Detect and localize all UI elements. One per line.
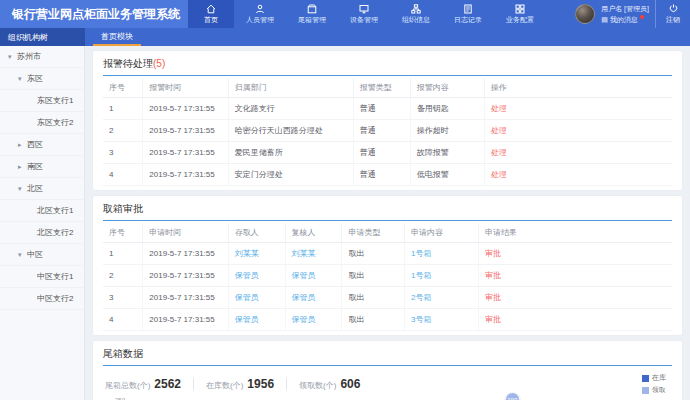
stat-value: 1956 bbox=[247, 377, 274, 391]
column-header: 报警类型 bbox=[353, 78, 410, 98]
column-header: 申请时间 bbox=[143, 223, 228, 243]
table-row: 12019-5-7 17:31:55文化路支行普通备用钥匙处理 bbox=[103, 98, 672, 120]
nav-item-label: 业务配置 bbox=[506, 15, 534, 25]
org-icon bbox=[411, 3, 421, 14]
detail-link[interactable]: 保管员 bbox=[285, 265, 342, 287]
detail-link[interactable]: 1号箱 bbox=[405, 243, 479, 265]
tree-item-label: 中区 bbox=[27, 249, 43, 260]
cell: 2019-5-7 17:31:55 bbox=[143, 309, 228, 331]
tree-item[interactable]: 中区支行1 bbox=[0, 266, 84, 288]
avatar[interactable] bbox=[575, 4, 595, 24]
nav-item-label: 首页 bbox=[204, 15, 218, 25]
alarm-section-title: 报警待处理(5) bbox=[103, 57, 672, 76]
cell: 哈密分行天山西路分理处 bbox=[228, 120, 353, 142]
messages-link[interactable]: ▤ 我的消息 bbox=[601, 15, 649, 25]
logout-button[interactable]: 注销 bbox=[655, 0, 690, 28]
tree-item[interactable]: ▸西区 bbox=[0, 134, 84, 156]
cell: 取出 bbox=[342, 243, 405, 265]
tree-item-label: 北区支行2 bbox=[37, 227, 73, 238]
cell: 普通 bbox=[353, 142, 410, 164]
approval-table: 序号申请时间存取人复核人申请类型申请内容申请结果12019-5-7 17:31:… bbox=[103, 223, 672, 331]
nav-item-staff[interactable]: 人员管理 bbox=[234, 0, 286, 28]
tree-item[interactable]: 北区支行1 bbox=[0, 200, 84, 222]
detail-link[interactable]: 刘某某 bbox=[228, 243, 285, 265]
stat-label: 尾箱总数(个) bbox=[105, 380, 150, 391]
detail-link[interactable]: 刘某某 bbox=[285, 243, 342, 265]
action-link[interactable]: 审批 bbox=[479, 309, 673, 331]
tree-item[interactable]: 北区支行2 bbox=[0, 222, 84, 244]
nav-item-tailbox[interactable]: 尾箱管理 bbox=[286, 0, 338, 28]
tailbox-stats: 尾箱总数(个)2562在库数(个)1956领取数(个)606在库领取 bbox=[105, 373, 672, 395]
tree-item[interactable]: ▾东区 bbox=[0, 68, 84, 90]
cell: 操作超时 bbox=[410, 120, 484, 142]
action-link[interactable]: 处理 bbox=[484, 164, 672, 186]
tree-item[interactable]: ▸南区 bbox=[0, 156, 84, 178]
nav-item-org[interactable]: 组织信息 bbox=[390, 0, 442, 28]
column-header: 申请结果 bbox=[479, 223, 673, 243]
tree-item[interactable]: 东区支行1 bbox=[0, 90, 84, 112]
action-link[interactable]: 处理 bbox=[484, 98, 672, 120]
detail-link[interactable]: 保管员 bbox=[228, 265, 285, 287]
tree-item[interactable]: ▾中区 bbox=[0, 244, 84, 266]
cell: 低电报警 bbox=[410, 164, 484, 186]
tab-home-module[interactable]: 首页模块 bbox=[93, 28, 141, 46]
cell: 文化路支行 bbox=[228, 98, 353, 120]
detail-link[interactable]: 保管员 bbox=[285, 309, 342, 331]
cell: 4 bbox=[103, 309, 143, 331]
nav-item-log[interactable]: 日志记录 bbox=[442, 0, 494, 28]
tree-item-label: 南区 bbox=[27, 161, 43, 172]
legend-item[interactable]: 在库 bbox=[642, 373, 666, 383]
detail-link[interactable]: 2号箱 bbox=[405, 287, 479, 309]
detail-link[interactable]: 1号箱 bbox=[405, 265, 479, 287]
table-row: 42019-5-7 17:31:55保管员保管员取出3号箱审批 bbox=[103, 309, 672, 331]
legend-item[interactable]: 领取 bbox=[642, 385, 666, 395]
tree-item[interactable]: 东区支行2 bbox=[0, 112, 84, 134]
nav-item-device[interactable]: 设备管理 bbox=[338, 0, 390, 28]
cell: 2019-5-7 17:31:55 bbox=[143, 98, 228, 120]
alarm-title-text: 报警待处理 bbox=[103, 58, 153, 69]
stat-label: 领取数(个) bbox=[299, 380, 336, 391]
detail-link[interactable]: 保管员 bbox=[228, 309, 285, 331]
action-link[interactable]: 审批 bbox=[479, 265, 673, 287]
tree-item[interactable]: ▾北区 bbox=[0, 178, 84, 200]
detail-link[interactable]: 保管员 bbox=[285, 287, 342, 309]
nav-item-label: 设备管理 bbox=[350, 15, 378, 25]
divider bbox=[286, 378, 287, 390]
cell: 取出 bbox=[342, 265, 405, 287]
nav-item-home[interactable]: 首页 bbox=[188, 0, 234, 28]
notification-dot bbox=[640, 15, 644, 19]
column-header: 序号 bbox=[103, 223, 143, 243]
tailbox-title-text: 尾箱数据 bbox=[103, 348, 143, 359]
user-area: 用户名 [管理员] ▤ 我的消息 bbox=[569, 0, 655, 28]
cell: 2 bbox=[103, 265, 143, 287]
tree-item[interactable]: ▾苏州市 bbox=[0, 46, 84, 68]
user-meta: 用户名 [管理员] ▤ 我的消息 bbox=[601, 4, 649, 25]
stat-item: 尾箱总数(个)2562 bbox=[105, 377, 181, 391]
tree-item-label: 北区支行1 bbox=[37, 205, 73, 216]
tree-item-label: 西区 bbox=[27, 139, 43, 150]
tree-item[interactable]: 中区支行2 bbox=[0, 288, 84, 310]
table-row: 22019-5-7 17:31:55哈密分行天山西路分理处普通操作超时处理 bbox=[103, 120, 672, 142]
action-link[interactable]: 处理 bbox=[484, 120, 672, 142]
action-link[interactable]: 审批 bbox=[479, 287, 673, 309]
cell: 1 bbox=[103, 243, 143, 265]
cell: 2019-5-7 17:31:55 bbox=[143, 142, 228, 164]
logout-label: 注销 bbox=[666, 15, 680, 25]
alarm-count-badge: (5) bbox=[153, 58, 165, 69]
cell: 安定门分理处 bbox=[228, 164, 353, 186]
cell: 爱民里储蓄所 bbox=[228, 142, 353, 164]
action-link[interactable]: 审批 bbox=[479, 243, 673, 265]
detail-link[interactable]: 3号箱 bbox=[405, 309, 479, 331]
legend-swatch bbox=[642, 387, 649, 394]
column-header: 序号 bbox=[103, 78, 143, 98]
cell: 2 bbox=[103, 120, 143, 142]
detail-link[interactable]: 保管员 bbox=[228, 287, 285, 309]
nav-item-config[interactable]: 业务配置 bbox=[494, 0, 546, 28]
tailbox-icon bbox=[307, 3, 317, 14]
app-title: 银行营业网点柜面业务管理系统 bbox=[0, 0, 188, 28]
column-header: 复核人 bbox=[285, 223, 342, 243]
stat-label: 在库数(个) bbox=[206, 380, 243, 391]
y-axis-tick: 250 bbox=[103, 397, 125, 400]
legend-label: 领取 bbox=[652, 385, 666, 395]
action-link[interactable]: 处理 bbox=[484, 142, 672, 164]
